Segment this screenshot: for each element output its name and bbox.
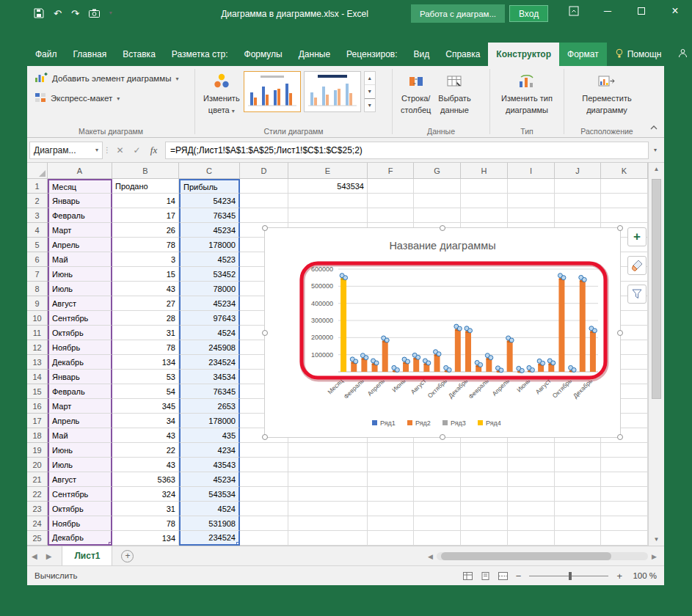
row-header-24[interactable]: 24 <box>27 516 48 531</box>
horizontal-scrollbar[interactable]: ◀ ▶ <box>428 551 657 562</box>
column-header-H[interactable]: H <box>461 163 508 179</box>
row-header-4[interactable]: 4 <box>27 223 48 238</box>
cell-C21[interactable]: 45234 <box>179 472 240 487</box>
chart-filters-button[interactable] <box>627 285 647 304</box>
cell-B12[interactable]: 78 <box>112 340 179 355</box>
cell-H19[interactable] <box>461 443 508 458</box>
row-header-6[interactable]: 6 <box>27 252 48 267</box>
cell-K25[interactable] <box>601 531 648 546</box>
name-box[interactable]: Диаграм... ▾ <box>29 142 103 159</box>
cell-A18[interactable]: Май <box>48 428 112 443</box>
column-header-J[interactable]: J <box>555 163 601 179</box>
cell-H24[interactable] <box>461 516 508 531</box>
cell-I25[interactable] <box>508 531 555 546</box>
column-header-I[interactable]: I <box>508 163 555 179</box>
cell-G2[interactable] <box>414 194 461 208</box>
cell-G20[interactable] <box>414 458 461 472</box>
formula-bar-splitter[interactable]: ⋮ <box>103 146 112 154</box>
chart-elements-button[interactable]: + <box>627 227 647 246</box>
cell-J23[interactable] <box>555 502 601 516</box>
tab-insert[interactable]: Вставка <box>114 43 164 66</box>
cell-A15[interactable]: Февраль <box>48 384 112 399</box>
column-header-E[interactable]: E <box>288 163 368 179</box>
cell-G23[interactable] <box>414 502 461 516</box>
cell-F2[interactable] <box>368 194 414 208</box>
cell-K20[interactable] <box>601 458 648 472</box>
cell-J19[interactable] <box>555 443 601 458</box>
horizontal-scroll-thumb[interactable] <box>441 552 611 560</box>
row-header-10[interactable]: 10 <box>27 311 48 326</box>
row-header-23[interactable]: 23 <box>27 502 48 516</box>
zoom-in-button[interactable]: + <box>616 571 622 582</box>
cell-A6[interactable]: Май <box>48 252 112 267</box>
cell-J24[interactable] <box>555 516 601 531</box>
cell-H1[interactable] <box>461 179 508 194</box>
cell-A19[interactable]: Июнь <box>48 443 112 458</box>
cell-D25[interactable] <box>240 531 288 546</box>
cell-D2[interactable] <box>240 194 288 208</box>
minimize-button[interactable]: ─ <box>591 0 624 22</box>
cell-C24[interactable]: 531908 <box>179 516 240 531</box>
select-data-button[interactable]: Выбрать данные <box>434 68 474 116</box>
cell-C17[interactable]: 178000 <box>179 414 240 428</box>
tab-format[interactable]: Формат <box>559 43 607 66</box>
cell-C4[interactable]: 45234 <box>179 223 240 238</box>
cell-B16[interactable]: 345 <box>112 399 179 414</box>
row-header-19[interactable]: 19 <box>27 443 48 458</box>
row-header-17[interactable]: 17 <box>27 414 48 428</box>
chart-handle[interactable] <box>617 225 623 231</box>
cell-D24[interactable] <box>240 516 288 531</box>
row-header-9[interactable]: 9 <box>27 296 48 311</box>
cell-C22[interactable]: 543534 <box>179 487 240 502</box>
cell-I21[interactable] <box>508 472 555 487</box>
tab-file[interactable]: Файл <box>27 43 65 66</box>
cell-C18[interactable]: 435 <box>179 428 240 443</box>
row-header-18[interactable]: 18 <box>27 428 48 443</box>
share-button[interactable]: Поделиться <box>669 43 692 66</box>
cell-H20[interactable] <box>461 458 508 472</box>
cell-B2[interactable]: 14 <box>112 194 179 208</box>
cell-B15[interactable]: 54 <box>112 384 179 399</box>
cell-I2[interactable] <box>508 194 555 208</box>
cell-C5[interactable]: 178000 <box>179 238 240 252</box>
cell-A10[interactable]: Сентябрь <box>48 311 112 326</box>
cell-D20[interactable] <box>240 458 288 472</box>
cell-K19[interactable] <box>601 443 648 458</box>
cell-F22[interactable] <box>368 487 414 502</box>
cell-C10[interactable]: 97643 <box>179 311 240 326</box>
cell-E22[interactable] <box>288 487 368 502</box>
change-chart-type-button[interactable]: Изменить тип диаграммы <box>498 68 556 116</box>
gallery-up-icon[interactable]: ▲ <box>365 72 375 84</box>
tab-design[interactable]: Конструктор <box>488 43 559 66</box>
cell-B21[interactable]: 5363 <box>112 472 179 487</box>
cell-H3[interactable] <box>461 208 508 223</box>
expand-formula-bar-icon[interactable]: ▾ <box>649 147 662 153</box>
gallery-down-icon[interactable]: ▼ <box>365 84 375 98</box>
cell-E19[interactable] <box>288 443 368 458</box>
cell-K2[interactable] <box>601 194 648 208</box>
cell-A20[interactable]: Июль <box>48 458 112 472</box>
tab-formulas[interactable]: Формулы <box>236 43 291 66</box>
cell-K24[interactable] <box>601 516 648 531</box>
cell-B4[interactable]: 26 <box>112 223 179 238</box>
cell-F20[interactable] <box>368 458 414 472</box>
chart-style-thumb-2[interactable] <box>304 71 361 112</box>
cell-A22[interactable]: Сентябрь <box>48 487 112 502</box>
cell-G24[interactable] <box>414 516 461 531</box>
row-header-1[interactable]: 1 <box>27 179 48 194</box>
cell-B22[interactable]: 324 <box>112 487 179 502</box>
quick-layout-button[interactable]: Экспресс-макет▾ <box>32 89 123 108</box>
cell-E24[interactable] <box>288 516 368 531</box>
cell-B9[interactable]: 27 <box>112 296 179 311</box>
cell-E25[interactable] <box>288 531 368 546</box>
cell-I23[interactable] <box>508 502 555 516</box>
tab-assistant[interactable]: Помощн <box>607 43 670 66</box>
page-layout-view-icon[interactable] <box>481 572 490 580</box>
tab-page-layout[interactable]: Разметка стр: <box>164 43 236 66</box>
cell-K21[interactable] <box>601 472 648 487</box>
sign-in-button[interactable]: Вход <box>509 5 548 22</box>
cell-B3[interactable]: 17 <box>112 208 179 223</box>
column-header-D[interactable]: D <box>240 163 288 179</box>
cell-E2[interactable] <box>288 194 368 208</box>
cell-F23[interactable] <box>368 502 414 516</box>
